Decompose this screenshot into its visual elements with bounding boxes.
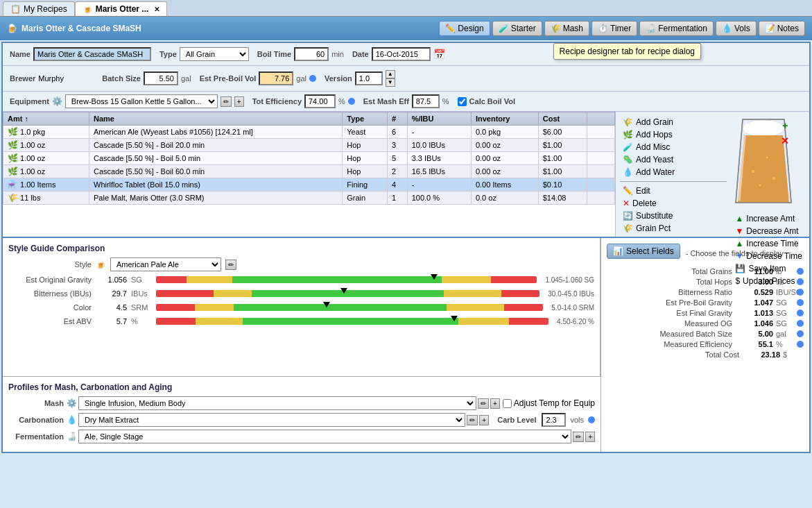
measured-og-dot[interactable]	[797, 320, 804, 327]
carb-level-dot[interactable]	[588, 416, 595, 423]
calc-boil-checkbox[interactable]	[458, 97, 467, 106]
row-cost: $14.08	[538, 192, 587, 205]
carb-level-input[interactable]	[542, 413, 566, 427]
version-input[interactable]	[355, 71, 383, 85]
choose-fields-label: - Choose the fields to display	[686, 249, 784, 257]
decrease-amt-button[interactable]: ▼ Decrease Amt	[732, 225, 801, 237]
boiltime-input[interactable]	[294, 47, 329, 61]
table-row[interactable]: 🌿 1.0 pkg American Ale (Wyeast Labs #105…	[3, 126, 615, 139]
notes-button[interactable]: 📝 Notes	[759, 21, 805, 36]
measured-batch-size-dot[interactable]	[797, 330, 804, 337]
preboil-unit: gal	[296, 74, 306, 83]
carb-select-wrap: 💧 Dry Malt Extract ✏ +	[67, 413, 489, 427]
starter-button[interactable]: 🧪 Starter	[492, 21, 542, 36]
add-misc-button[interactable]: 🧪 Add Misc	[620, 141, 727, 153]
delete-button[interactable]: ✕ Delete	[620, 197, 727, 210]
equipment-add-btn[interactable]: +	[234, 96, 244, 107]
style-select[interactable]: American Pale Ale	[110, 257, 221, 271]
preboil-input[interactable]	[259, 71, 293, 85]
ferm-add-btn[interactable]: +	[585, 432, 595, 442]
table-row[interactable]: 🌿 1.00 oz Cascade [5.50 %] - Boil 20.0 m…	[3, 139, 615, 152]
col-name[interactable]: Name	[89, 112, 343, 126]
version-up[interactable]: ▲	[386, 70, 395, 78]
row-type: Yeast	[343, 126, 388, 139]
increase-amt-button[interactable]: ▲ Increase Amt	[732, 212, 797, 225]
left-bottom: Style Guide Comparison Style 🍺 American …	[3, 238, 601, 452]
add-yeast-icon: 🦠	[623, 155, 633, 164]
add-water-button[interactable]: 💧 Add Water	[620, 166, 727, 178]
ferm-edit-btn[interactable]: ✏	[573, 432, 584, 442]
row-name: American Ale (Wyeast Labs #1056) [124.21…	[89, 126, 343, 139]
table-row[interactable]: 🌿 1.00 oz Cascade [5.50 %] - Boil 5.0 mi…	[3, 152, 615, 165]
hop-icon: 🌿	[8, 140, 18, 150]
mash-button[interactable]: 🌾 Mash	[544, 21, 589, 36]
mash-eff-input[interactable]	[412, 94, 440, 108]
row-name: Whirlfloc Tablet (Boil 15.0 mins)	[89, 178, 343, 192]
col-amt[interactable]: Amt ↑	[3, 112, 89, 126]
version-spinner[interactable]: ▲ ▼	[386, 70, 395, 87]
carb-edit-btn[interactable]: ✏	[467, 415, 478, 425]
ferm-profile-select[interactable]: Ale, Single Stage	[78, 430, 571, 443]
col-ibu[interactable]: %/IBU	[407, 112, 471, 126]
add-yeast-button[interactable]: 🦠 Add Yeast	[620, 153, 727, 166]
est-preboil-gravity-dot[interactable]	[797, 299, 804, 306]
color-gauge	[156, 302, 543, 313]
stat-est-preboil-gravity: Est Pre-Boil Gravity 1.047 SG	[607, 298, 804, 307]
type-select[interactable]: All Grain Extract Partial Mash	[180, 47, 249, 61]
color-row: Color 4.5 SRM 5.0-14.0 SRM	[8, 302, 594, 313]
calendar-icon[interactable]: 📅	[433, 49, 445, 60]
add-hops-button[interactable]: 🌿 Add Hops	[620, 128, 727, 141]
substitute-button[interactable]: 🔄 Substitute	[620, 210, 727, 222]
grain-pct-button[interactable]: 🌾 Grain Pct	[620, 222, 727, 235]
col-inventory[interactable]: Inventory	[471, 112, 538, 126]
add-grain-button[interactable]: 🌾 Add Grain	[620, 116, 727, 128]
og-range: 1.045-1.060 SG	[545, 276, 594, 284]
mash-edit-btn[interactable]: ✏	[478, 398, 489, 409]
tab-my-recipes[interactable]: 📋 My Recipes	[3, 1, 75, 16]
batchsize-input[interactable]	[144, 71, 178, 85]
select-fields-button[interactable]: 📊 Select Fields	[607, 244, 680, 259]
design-button[interactable]: ✏️ Design	[439, 21, 490, 36]
col-type[interactable]: Type	[343, 112, 388, 126]
equipment-edit-btn[interactable]: ✏	[221, 96, 232, 107]
date-input[interactable]	[372, 47, 431, 61]
carb-level-label: Carb Level	[497, 416, 536, 424]
est-final-gravity-dot[interactable]	[797, 310, 804, 316]
add-image-button[interactable]: +	[778, 119, 792, 133]
row-extra	[587, 152, 615, 165]
edit-button[interactable]: ✏️ Edit	[620, 185, 727, 197]
table-row[interactable]: ⚗️ 1.00 Items Whirlfloc Tablet (Boil 15.…	[3, 178, 615, 192]
vols-button[interactable]: 💧 Vols	[716, 21, 757, 36]
timer-button[interactable]: ⏱️ Timer	[591, 21, 637, 36]
color-value: 4.5	[96, 303, 127, 312]
fermentation-button[interactable]: 🍶 Fermentation	[639, 21, 714, 36]
close-tab-icon[interactable]: ✕	[154, 6, 159, 13]
adjust-temp-checkbox[interactable]	[503, 399, 512, 408]
measured-efficiency-dot[interactable]	[797, 341, 804, 348]
measured-batch-size-unit: gal	[776, 330, 797, 338]
name-input[interactable]	[33, 47, 151, 61]
table-row[interactable]: 🌿 1.00 oz Cascade [5.50 %] - Boil 60.0 m…	[3, 165, 615, 178]
remove-image-button[interactable]: ✕	[778, 134, 792, 148]
tot-efficiency-input[interactable]	[304, 94, 336, 108]
tot-efficiency-dot[interactable]	[348, 98, 355, 105]
carb-add-btn[interactable]: +	[479, 415, 489, 425]
tab-maris-otter[interactable]: 🍺 Maris Otter ... ✕	[75, 1, 168, 16]
preboil-info-dot[interactable]	[309, 75, 316, 82]
table-row[interactable]: 🌾 11 lbs Pale Malt, Maris Otter (3.0 SRM…	[3, 192, 615, 205]
style-edit-btn[interactable]: ✏	[225, 260, 236, 270]
total-grains-dot[interactable]	[797, 268, 804, 275]
carb-profile-icon: 💧	[67, 415, 77, 425]
mash-add-btn[interactable]: +	[490, 398, 500, 409]
bitterness-ratio-dot[interactable]	[797, 289, 804, 296]
col-num[interactable]: #	[387, 112, 407, 126]
total-hops-dot[interactable]	[797, 278, 804, 285]
mash-profile-select[interactable]: Single Infusion, Medium Body	[78, 396, 476, 410]
equipment-select[interactable]: Brew-Boss 15 Gallon Kettle 5 Gallon...	[65, 94, 218, 108]
version-down[interactable]: ▼	[386, 78, 395, 87]
tab-maris-label: Maris Otter ...	[96, 4, 149, 14]
carb-profile-select[interactable]: Dry Malt Extract	[78, 413, 465, 427]
decrease-amt-icon: ▼	[735, 226, 743, 236]
grain-pct-icon: 🌾	[623, 223, 633, 233]
col-cost[interactable]: Cost	[538, 112, 587, 126]
